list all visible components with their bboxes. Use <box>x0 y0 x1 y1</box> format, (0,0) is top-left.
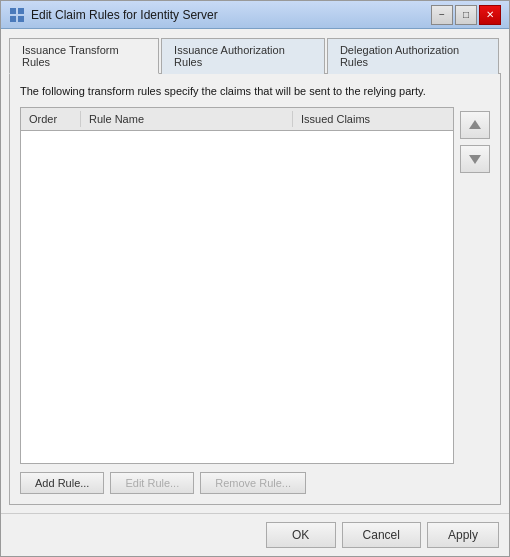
ok-button[interactable]: OK <box>266 522 336 548</box>
tab-bar: Issuance Transform Rules Issuance Author… <box>9 37 501 74</box>
table-header: Order Rule Name Issued Claims <box>21 108 453 131</box>
main-window: Edit Claim Rules for Identity Server − □… <box>0 0 510 557</box>
close-button[interactable]: ✕ <box>479 5 501 25</box>
svg-rect-1 <box>18 8 24 14</box>
description-text: The following transform rules specify th… <box>20 84 490 99</box>
minimize-button[interactable]: − <box>431 5 453 25</box>
side-arrow-buttons <box>460 107 490 494</box>
order-column-header: Order <box>21 111 81 127</box>
rules-table: Order Rule Name Issued Claims <box>20 107 454 464</box>
svg-marker-5 <box>469 155 481 164</box>
window-title: Edit Claim Rules for Identity Server <box>31 8 431 22</box>
cancel-button[interactable]: Cancel <box>342 522 421 548</box>
tab-content: The following transform rules specify th… <box>9 74 501 505</box>
apply-button[interactable]: Apply <box>427 522 499 548</box>
title-bar: Edit Claim Rules for Identity Server − □… <box>1 1 509 29</box>
move-down-button[interactable] <box>460 145 490 173</box>
edit-rule-button[interactable]: Edit Rule... <box>110 472 194 494</box>
up-arrow-icon <box>468 118 482 132</box>
table-body <box>21 131 453 463</box>
app-icon <box>9 7 25 23</box>
main-area: Order Rule Name Issued Claims Add Rule..… <box>20 107 490 494</box>
svg-rect-0 <box>10 8 16 14</box>
table-wrapper: Order Rule Name Issued Claims Add Rule..… <box>20 107 454 494</box>
remove-rule-button[interactable]: Remove Rule... <box>200 472 306 494</box>
move-up-button[interactable] <box>460 111 490 139</box>
svg-rect-2 <box>10 16 16 22</box>
rule-action-buttons: Add Rule... Edit Rule... Remove Rule... <box>20 472 454 494</box>
svg-marker-4 <box>469 120 481 129</box>
maximize-button[interactable]: □ <box>455 5 477 25</box>
down-arrow-icon <box>468 152 482 166</box>
window-content: Issuance Transform Rules Issuance Author… <box>1 29 509 513</box>
dialog-footer: OK Cancel Apply <box>1 513 509 556</box>
tab-issuance-auth[interactable]: Issuance Authorization Rules <box>161 38 325 74</box>
rule-name-column-header: Rule Name <box>81 111 293 127</box>
window-controls: − □ ✕ <box>431 5 501 25</box>
add-rule-button[interactable]: Add Rule... <box>20 472 104 494</box>
svg-rect-3 <box>18 16 24 22</box>
tab-issuance-transform[interactable]: Issuance Transform Rules <box>9 38 159 74</box>
issued-claims-column-header: Issued Claims <box>293 111 453 127</box>
tab-delegation-auth[interactable]: Delegation Authorization Rules <box>327 38 499 74</box>
